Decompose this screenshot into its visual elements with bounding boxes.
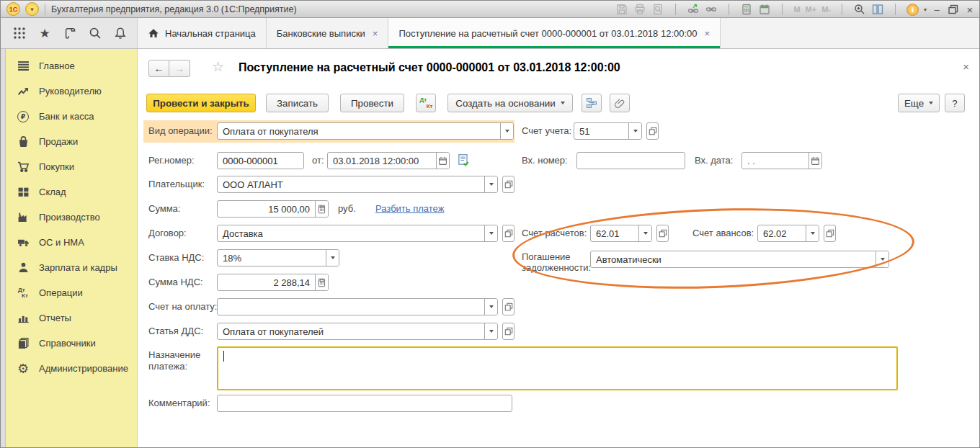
menu-grid-icon[interactable]: [12, 26, 27, 40]
print-preview-icon[interactable]: [651, 3, 664, 16]
highlight-ellipse-annotation: [511, 202, 915, 295]
tab-close-icon[interactable]: ×: [373, 28, 378, 39]
sidebar-item-payroll-hr[interactable]: Зарплата и кадры: [6, 255, 137, 280]
open-button[interactable]: [646, 122, 659, 140]
calendar-icon[interactable]: [758, 3, 771, 16]
memory-button[interactable]: M: [793, 5, 800, 14]
minimize-button[interactable]: –: [932, 4, 942, 15]
incoming-number-input[interactable]: [576, 152, 685, 169]
calculator-button[interactable]: [315, 201, 328, 217]
sidebar-item-sales[interactable]: Продажи: [6, 129, 137, 154]
form-close-icon[interactable]: ×: [963, 61, 969, 73]
combo-value: Доставка: [218, 228, 484, 239]
main-menu-button[interactable]: ▾: [25, 2, 39, 16]
incoming-date-field[interactable]: . .: [741, 152, 822, 169]
debt-repayment-combo[interactable]: Автоматически: [590, 251, 889, 268]
vat-amount-field[interactable]: 2 288,14: [217, 274, 329, 291]
sidebar-item-directories[interactable]: Справочники: [6, 331, 137, 356]
sidebar-item-operations[interactable]: ДтКт Операции: [6, 280, 137, 305]
forward-button[interactable]: →: [169, 60, 190, 77]
tab-receipt-document[interactable]: Поступление на расчетный счет 0000-00000…: [388, 18, 721, 48]
copy-link-icon[interactable]: [705, 3, 718, 16]
sidebar-item-manager[interactable]: Руководителю: [6, 79, 137, 104]
page-title: Поступление на расчетный счет 0000-00000…: [239, 61, 620, 74]
dropdown-button[interactable]: [628, 123, 641, 139]
chevron-down-icon: [505, 130, 509, 133]
sidebar-item-purchases[interactable]: Покупки: [6, 154, 137, 179]
close-window-button[interactable]: ×: [965, 4, 975, 16]
zoom-icon[interactable]: [853, 3, 866, 16]
split-payment-link[interactable]: Разбить платеж: [375, 203, 444, 214]
open-button[interactable]: [502, 298, 514, 315]
reg-number-input[interactable]: [217, 152, 304, 169]
memory-plus-button[interactable]: M+: [806, 5, 817, 14]
sidebar-item-main[interactable]: Главное: [6, 53, 137, 79]
dropdown-button[interactable]: [484, 299, 497, 315]
payer-combo[interactable]: ООО АТЛАНТ: [217, 176, 498, 193]
info-dropdown-icon[interactable]: ▾: [924, 6, 927, 13]
attachments-button[interactable]: [610, 94, 630, 112]
restore-button[interactable]: [947, 3, 960, 16]
tab-home[interactable]: Начальная страница: [138, 18, 267, 48]
sidebar-item-warehouse[interactable]: Склад: [6, 179, 137, 205]
post-button[interactable]: Провести: [340, 94, 404, 112]
save-icon[interactable]: [615, 3, 628, 16]
sidebar-item-reports[interactable]: Отчеты: [6, 305, 137, 331]
dropdown-button[interactable]: [876, 251, 888, 267]
dropdown-button[interactable]: [484, 225, 497, 241]
settlement-account-combo[interactable]: 62.01: [590, 225, 652, 242]
dropdown-button[interactable]: [484, 176, 497, 192]
sidebar-item-administration[interactable]: ⚙ Администрирование: [6, 356, 137, 381]
comment-input[interactable]: [217, 395, 512, 412]
payment-purpose-textarea[interactable]: [218, 348, 896, 389]
go-to-link-icon[interactable]: [687, 3, 700, 16]
tab-close-icon[interactable]: ×: [705, 28, 710, 39]
tab-bank-statements[interactable]: Банковские выписки ×: [267, 18, 389, 48]
open-button[interactable]: [502, 323, 514, 340]
memory-minus-button[interactable]: M-: [821, 5, 831, 14]
post-and-close-button[interactable]: Провести и закрыть: [146, 94, 256, 112]
dropdown-button[interactable]: [326, 250, 339, 266]
sidebar-item-fixed-assets[interactable]: ОС и НМА: [6, 230, 137, 255]
calendar-button[interactable]: [436, 153, 449, 169]
vat-rate-combo[interactable]: 18%: [217, 249, 339, 266]
dropdown-button[interactable]: [500, 123, 513, 139]
invoice-combo[interactable]: [217, 298, 498, 315]
cash-flow-item-combo[interactable]: Оплата от покупателей: [217, 323, 498, 340]
open-button[interactable]: [502, 225, 514, 242]
split-window-icon[interactable]: [871, 3, 884, 16]
favorites-icon[interactable]: ★: [37, 26, 52, 40]
search-icon[interactable]: [88, 26, 102, 40]
more-button[interactable]: Еще: [898, 94, 940, 112]
dropdown-button[interactable]: [806, 225, 819, 241]
info-icon[interactable]: i: [906, 4, 919, 16]
calendar-button[interactable]: [808, 153, 821, 169]
field-label: Плательщик:: [148, 179, 205, 189]
help-button[interactable]: ?: [945, 94, 965, 112]
back-button[interactable]: ←: [148, 60, 169, 77]
account-combo[interactable]: 51: [574, 122, 642, 140]
save-button[interactable]: Записать: [266, 94, 329, 112]
advance-account-combo[interactable]: 62.02: [757, 225, 819, 242]
combo-value: 62.02: [758, 228, 806, 239]
dropdown-button[interactable]: [638, 225, 651, 241]
favorite-star-icon[interactable]: ☆: [212, 58, 224, 75]
amount-field[interactable]: 15 000,00: [217, 200, 329, 218]
print-icon[interactable]: [633, 3, 646, 16]
open-button[interactable]: [502, 176, 514, 193]
debit-credit-button[interactable]: ДтКт: [416, 94, 436, 112]
sidebar-item-bank-cash[interactable]: ₽ Банк и касса: [6, 104, 137, 129]
open-button[interactable]: [824, 225, 836, 242]
related-documents-button[interactable]: [582, 94, 602, 112]
contract-combo[interactable]: Доставка: [217, 225, 498, 242]
history-icon[interactable]: [63, 26, 77, 40]
notifications-bell-icon[interactable]: [113, 26, 128, 40]
operation-kind-combo[interactable]: Оплата от покупателя: [217, 122, 514, 140]
calculator-button[interactable]: [315, 274, 328, 290]
calculator-icon[interactable]: [740, 3, 753, 16]
dropdown-button[interactable]: [484, 323, 497, 339]
sidebar-item-production[interactable]: Производство: [6, 205, 137, 230]
create-based-on-button[interactable]: Создать на основании: [447, 94, 573, 112]
open-button[interactable]: [656, 225, 669, 242]
document-date-field[interactable]: 03.01.2018 12:00:00: [327, 152, 450, 169]
